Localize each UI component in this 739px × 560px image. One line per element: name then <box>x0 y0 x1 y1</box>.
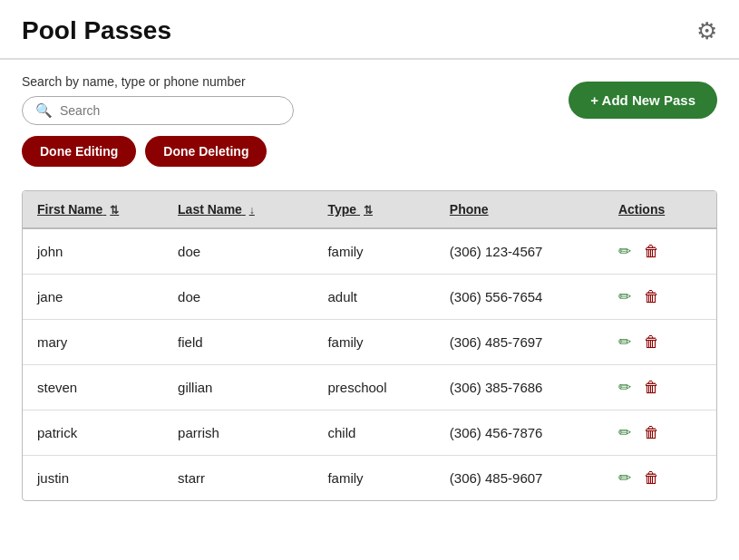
cell-phone-4: (306) 456-7876 <box>435 410 604 456</box>
edit-icon-2[interactable]: ✏ <box>618 333 631 352</box>
edit-icon-4[interactable]: ✏ <box>618 423 631 442</box>
col-header-type[interactable]: Type ⇅ <box>313 191 434 228</box>
col-header-first-name[interactable]: First Name ⇅ <box>23 191 163 228</box>
cell-phone-1: (306) 556-7654 <box>435 275 604 320</box>
cell-actions-4: ✏ 🗑 <box>604 410 716 456</box>
cell-last_name-5: starr <box>163 456 313 501</box>
cell-first_name-3: steven <box>23 365 163 410</box>
col-phone-label: Phone <box>450 202 489 217</box>
cell-first_name-5: justin <box>23 456 163 501</box>
cell-type-1: adult <box>313 275 434 320</box>
cell-type-2: family <box>313 320 434 365</box>
page-header: Pool Passes ⚙ <box>0 0 739 60</box>
search-label: Search by name, type or phone number <box>22 74 294 89</box>
delete-icon-0[interactable]: 🗑 <box>644 243 659 261</box>
cell-phone-3: (306) 385-7686 <box>435 365 604 410</box>
col-last-name-sort-icon: ↓ <box>249 204 255 217</box>
cell-last_name-2: field <box>163 320 313 365</box>
cell-type-4: child <box>313 410 434 456</box>
cell-actions-5: ✏ 🗑 <box>604 456 716 501</box>
done-deleting-button[interactable]: Done Deleting <box>145 136 267 167</box>
cell-type-3: preschool <box>313 365 434 410</box>
edit-icon-1[interactable]: ✏ <box>618 287 631 306</box>
gear-icon[interactable]: ⚙ <box>696 17 717 45</box>
col-header-phone[interactable]: Phone <box>435 191 604 228</box>
delete-icon-4[interactable]: 🗑 <box>644 424 659 442</box>
col-first-name-label: First Name <box>37 202 102 217</box>
search-box: 🔍 <box>22 96 294 125</box>
table-row: johndoefamily(306) 123-4567 ✏ 🗑 <box>23 228 716 275</box>
edit-icon-5[interactable]: ✏ <box>618 468 631 488</box>
edit-icon-3[interactable]: ✏ <box>618 378 631 397</box>
cell-first_name-2: mary <box>23 320 163 365</box>
passes-table: First Name ⇅ Last Name ↓ Type ⇅ Phone Ac… <box>23 191 716 500</box>
cell-last_name-1: doe <box>163 275 313 320</box>
table-row: justinstarrfamily(306) 485-9607 ✏ 🗑 <box>23 456 716 501</box>
cell-first_name-0: john <box>23 228 163 275</box>
delete-icon-1[interactable]: 🗑 <box>644 288 659 306</box>
cell-actions-1: ✏ 🗑 <box>604 275 716 320</box>
col-last-name-label: Last Name <box>178 202 242 217</box>
controls-area: Search by name, type or phone number 🔍 +… <box>0 60 739 176</box>
col-header-actions: Actions <box>604 191 716 228</box>
delete-icon-2[interactable]: 🗑 <box>644 333 659 352</box>
table-header: First Name ⇅ Last Name ↓ Type ⇅ Phone Ac… <box>23 191 716 228</box>
col-header-last-name[interactable]: Last Name ↓ <box>163 191 313 228</box>
search-and-add-row: Search by name, type or phone number 🔍 +… <box>22 74 717 125</box>
add-new-pass-button[interactable]: + Add New Pass <box>569 82 717 119</box>
table-body: johndoefamily(306) 123-4567 ✏ 🗑 janedoea… <box>23 228 716 500</box>
cell-type-0: family <box>313 228 434 275</box>
delete-icon-5[interactable]: 🗑 <box>644 469 659 488</box>
cell-first_name-1: jane <box>23 275 163 320</box>
page-title: Pool Passes <box>22 16 171 45</box>
edit-icon-0[interactable]: ✏ <box>618 242 631 261</box>
cell-last_name-3: gillian <box>163 365 313 410</box>
search-section: Search by name, type or phone number 🔍 <box>22 74 294 125</box>
search-icon: 🔍 <box>35 102 53 119</box>
cell-phone-0: (306) 123-4567 <box>435 228 604 275</box>
table-row: janedoeadult(306) 556-7654 ✏ 🗑 <box>23 275 716 320</box>
cell-first_name-4: patrick <box>23 410 163 456</box>
col-type-label: Type <box>327 202 356 217</box>
passes-table-container: First Name ⇅ Last Name ↓ Type ⇅ Phone Ac… <box>22 190 717 501</box>
cell-actions-0: ✏ 🗑 <box>604 228 716 275</box>
cell-type-5: family <box>313 456 434 501</box>
cell-actions-3: ✏ 🗑 <box>604 365 716 410</box>
cell-actions-2: ✏ 🗑 <box>604 320 716 365</box>
delete-icon-3[interactable]: 🗑 <box>644 379 659 397</box>
search-input[interactable] <box>60 103 280 118</box>
cell-phone-2: (306) 485-7697 <box>435 320 604 365</box>
table-row: maryfieldfamily(306) 485-7697 ✏ 🗑 <box>23 320 716 365</box>
col-first-name-sort-icon: ⇅ <box>110 204 119 217</box>
table-row: stevengillianpreschool(306) 385-7686 ✏ 🗑 <box>23 365 716 410</box>
col-type-sort-icon: ⇅ <box>364 204 373 217</box>
cell-last_name-0: doe <box>163 228 313 275</box>
cell-last_name-4: parrish <box>163 410 313 456</box>
table-row: patrickparrishchild(306) 456-7876 ✏ 🗑 <box>23 410 716 456</box>
cell-phone-5: (306) 485-9607 <box>435 456 604 501</box>
done-editing-button[interactable]: Done Editing <box>22 136 136 167</box>
col-actions-label: Actions <box>618 202 665 217</box>
action-buttons-row: Done Editing Done Deleting <box>22 136 717 167</box>
